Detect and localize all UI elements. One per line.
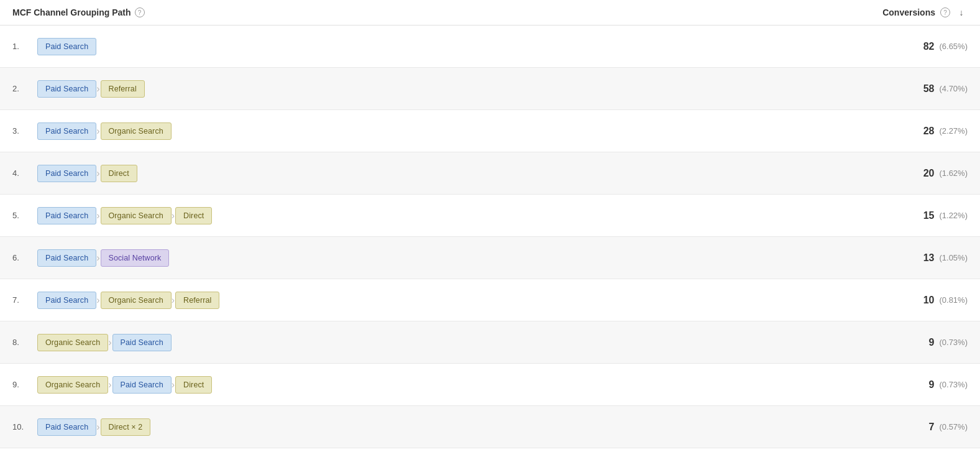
conversion-area: 20(1.62%) bbox=[744, 168, 968, 179]
conversion-value: 13 bbox=[923, 252, 935, 264]
path-arrow: › bbox=[96, 295, 99, 306]
channel-tag-paid-search[interactable]: Paid Search bbox=[37, 80, 96, 98]
conversion-area: 15(1.22%) bbox=[744, 210, 968, 221]
path-arrow: › bbox=[172, 210, 175, 221]
mcf-table: MCF Channel Grouping Path ? Conversions … bbox=[0, 0, 980, 452]
channel-tag-paid-search[interactable]: Paid Search bbox=[37, 122, 96, 140]
conversion-area: 10(0.81%) bbox=[744, 295, 968, 306]
conversion-value: 15 bbox=[923, 210, 935, 221]
path-area: Paid Search bbox=[37, 38, 744, 55]
header-right: Conversions ? ↓ bbox=[744, 6, 968, 19]
channel-tag-organic-search[interactable]: Organic Search bbox=[37, 334, 108, 351]
conversion-pct: (1.62%) bbox=[939, 168, 968, 178]
row-number: 10. bbox=[12, 422, 37, 431]
conversion-value: 9 bbox=[929, 379, 935, 390]
channel-tag-paid-search[interactable]: Paid Search bbox=[112, 376, 172, 394]
channel-tag-organic-search[interactable]: Organic Search bbox=[101, 207, 172, 224]
channel-tag-direct[interactable]: Direct bbox=[175, 376, 212, 394]
conversion-pct: (0.81%) bbox=[939, 295, 968, 305]
conversion-area: 9(0.73%) bbox=[744, 337, 968, 348]
row-number: 8. bbox=[12, 338, 37, 347]
path-area: Paid Search›Organic Search bbox=[37, 122, 744, 140]
conversion-area: 13(1.05%) bbox=[744, 252, 968, 264]
row-number: 5. bbox=[12, 211, 37, 220]
channel-tag-direct-×-2[interactable]: Direct × 2 bbox=[101, 418, 151, 436]
channel-tag-paid-search[interactable]: Paid Search bbox=[37, 292, 96, 309]
channel-tag-organic-search[interactable]: Organic Search bbox=[101, 292, 172, 309]
channel-tag-social-network[interactable]: Social Network bbox=[101, 249, 170, 267]
conversion-area: 58(4.70%) bbox=[744, 83, 968, 95]
conversion-pct: (1.22%) bbox=[939, 211, 968, 220]
row-number: 4. bbox=[12, 168, 37, 178]
path-area: Paid Search›Direct × 2 bbox=[37, 418, 744, 436]
path-area: Paid Search›Direct bbox=[37, 165, 744, 182]
channel-tag-paid-search[interactable]: Paid Search bbox=[37, 165, 96, 182]
path-arrow: › bbox=[96, 83, 99, 95]
table-header: MCF Channel Grouping Path ? Conversions … bbox=[0, 0, 980, 25]
conversion-pct: (0.73%) bbox=[939, 338, 968, 347]
path-arrow: › bbox=[96, 126, 99, 137]
table-row: 4.Paid Search›Direct20(1.62%) bbox=[0, 152, 980, 195]
channel-tag-organic-search[interactable]: Organic Search bbox=[101, 122, 172, 140]
path-area: Paid Search›Referral bbox=[37, 80, 744, 98]
row-number: 3. bbox=[12, 126, 37, 136]
sort-descending-icon[interactable]: ↓ bbox=[955, 6, 968, 19]
path-arrow: › bbox=[172, 379, 175, 390]
path-arrow: › bbox=[108, 337, 111, 348]
conversion-value: 20 bbox=[923, 168, 935, 179]
channel-tag-referral[interactable]: Referral bbox=[101, 80, 145, 98]
conversion-area: 28(2.27%) bbox=[744, 126, 968, 137]
path-arrow: › bbox=[96, 252, 99, 264]
path-arrow: › bbox=[172, 295, 175, 306]
path-area: Paid Search›Organic Search›Direct bbox=[37, 207, 744, 224]
conversion-pct: (4.70%) bbox=[939, 84, 968, 93]
header-title: MCF Channel Grouping Path bbox=[12, 7, 131, 17]
table-row: 7.Paid Search›Organic Search›Referral10(… bbox=[0, 279, 980, 321]
table-row: 8.Organic Search›Paid Search9(0.73%) bbox=[0, 321, 980, 364]
channel-tag-paid-search[interactable]: Paid Search bbox=[37, 207, 96, 224]
row-number: 9. bbox=[12, 380, 37, 389]
row-number: 6. bbox=[12, 253, 37, 262]
path-area: Organic Search›Paid Search›Direct bbox=[37, 376, 744, 394]
channel-tag-organic-search[interactable]: Organic Search bbox=[37, 376, 108, 394]
path-arrow: › bbox=[96, 168, 99, 179]
table-row: 9.Organic Search›Paid Search›Direct9(0.7… bbox=[0, 364, 980, 406]
channel-tag-paid-search[interactable]: Paid Search bbox=[37, 418, 96, 436]
rows-container: 1.Paid Search82(6.65%)2.Paid Search›Refe… bbox=[0, 25, 980, 448]
conversion-pct: (2.27%) bbox=[939, 126, 968, 136]
conversion-pct: (0.73%) bbox=[939, 380, 968, 389]
conversion-pct: (6.65%) bbox=[939, 42, 968, 51]
table-row: 5.Paid Search›Organic Search›Direct15(1.… bbox=[0, 195, 980, 237]
conversion-pct: (0.57%) bbox=[939, 422, 968, 431]
conversions-label: Conversions bbox=[882, 7, 935, 17]
channel-tag-direct[interactable]: Direct bbox=[101, 165, 137, 182]
channel-tag-referral[interactable]: Referral bbox=[175, 292, 219, 309]
conversion-value: 10 bbox=[923, 295, 935, 306]
table-row: 6.Paid Search›Social Network13(1.05%) bbox=[0, 237, 980, 279]
conversion-value: 82 bbox=[923, 41, 935, 52]
conversion-pct: (1.05%) bbox=[939, 253, 968, 262]
path-arrow: › bbox=[108, 379, 111, 390]
table-row: 3.Paid Search›Organic Search28(2.27%) bbox=[0, 110, 980, 152]
path-arrow: › bbox=[96, 210, 99, 221]
table-row: 1.Paid Search82(6.65%) bbox=[0, 25, 980, 68]
conversions-help-icon[interactable]: ? bbox=[940, 7, 950, 17]
row-number: 1. bbox=[12, 42, 37, 51]
conversion-value: 9 bbox=[929, 337, 935, 348]
path-arrow: › bbox=[96, 422, 99, 433]
table-row: 10.Paid Search›Direct × 27(0.57%) bbox=[0, 406, 980, 448]
conversion-area: 9(0.73%) bbox=[744, 379, 968, 390]
table-row: 2.Paid Search›Referral58(4.70%) bbox=[0, 68, 980, 110]
row-number: 7. bbox=[12, 295, 37, 305]
header-left: MCF Channel Grouping Path ? bbox=[12, 7, 744, 17]
mcf-help-icon[interactable]: ? bbox=[135, 7, 145, 17]
channel-tag-paid-search[interactable]: Paid Search bbox=[37, 38, 96, 55]
channel-tag-paid-search[interactable]: Paid Search bbox=[37, 249, 96, 267]
conversion-value: 58 bbox=[923, 83, 935, 95]
channel-tag-paid-search[interactable]: Paid Search bbox=[112, 334, 172, 351]
conversion-value: 28 bbox=[923, 126, 935, 137]
conversion-value: 7 bbox=[929, 422, 935, 433]
channel-tag-direct[interactable]: Direct bbox=[175, 207, 212, 224]
path-area: Paid Search›Social Network bbox=[37, 249, 744, 267]
conversion-area: 82(6.65%) bbox=[744, 41, 968, 52]
